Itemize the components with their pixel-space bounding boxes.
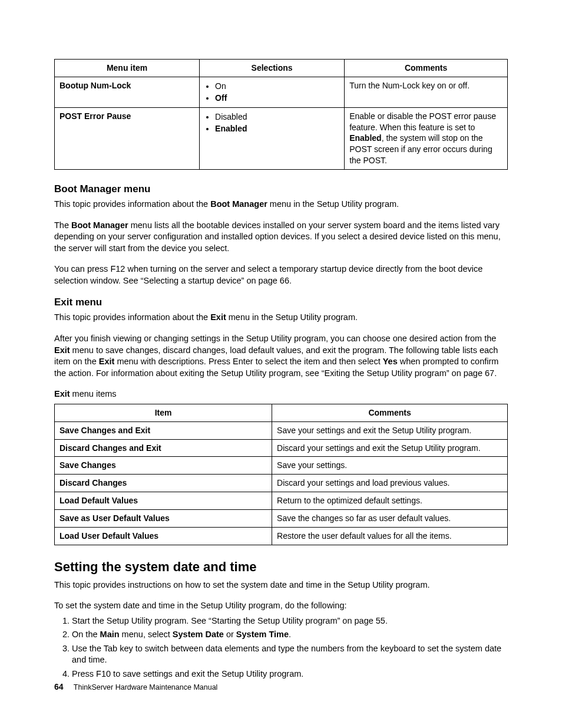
- comment-bold: Enabled: [349, 133, 381, 143]
- text: or: [224, 630, 236, 639]
- cell-comment: Return to the optimized default settings…: [272, 492, 508, 510]
- cell-comment: Save your settings and exit the Setup Ut…: [272, 421, 508, 439]
- text-bold: Boot Manager: [71, 220, 128, 230]
- list-item: Press F10 to save settings and exit the …: [72, 668, 508, 680]
- list-item: On the Main menu, select System Date or …: [72, 629, 508, 641]
- table-row: Save Changes Save your settings.: [55, 457, 508, 475]
- paragraph: After you finish viewing or changing set…: [54, 333, 508, 379]
- caption-text: menu items: [70, 389, 117, 398]
- document-page: Menu item Selections Comments Bootup Num…: [0, 0, 562, 728]
- col-header-selections: Selections: [200, 60, 345, 77]
- selection-option: On: [215, 81, 339, 92]
- text: menu, select: [120, 630, 173, 639]
- text-bold: Yes: [383, 357, 398, 366]
- cell-comment: Restore the user default values for all …: [272, 527, 508, 545]
- text: After you finish viewing or changing set…: [54, 334, 496, 343]
- table-row: Discard Changes Discard your settings an…: [55, 475, 508, 492]
- steps-list: Start the Setup Utility program. See “St…: [54, 615, 508, 680]
- cell-comment: Discard your settings and load previous …: [272, 475, 508, 492]
- text-bold: Main: [100, 630, 120, 639]
- col-header-comments: Comments: [345, 60, 508, 77]
- text-bold: Boot Manager: [210, 199, 267, 209]
- comment-text: Enable or disable the POST error pause f…: [349, 111, 496, 132]
- text-bold: Exit: [54, 345, 70, 355]
- cell-item: Discard Changes: [55, 475, 272, 492]
- menu-items-table: Menu item Selections Comments Bootup Num…: [54, 59, 508, 170]
- paragraph: This topic provides information about th…: [54, 312, 508, 324]
- list-item: Use the Tab key to switch between data e…: [72, 643, 508, 666]
- text: This topic provides information about th…: [54, 312, 210, 322]
- paragraph: You can press F12 when turning on the se…: [54, 263, 508, 286]
- text: The: [54, 220, 71, 230]
- paragraph: This topic provides information about th…: [54, 199, 508, 210]
- cell-comment: Discard your settings and exit the Setup…: [272, 439, 508, 457]
- cell-item: Save Changes: [55, 457, 272, 475]
- col-header-menu-item: Menu item: [55, 60, 200, 77]
- footer-title: ThinkServer Hardware Maintenance Manual: [74, 683, 218, 691]
- cell-comment: Save your settings.: [272, 457, 508, 475]
- text: .: [289, 630, 291, 639]
- cell-item: Load User Default Values: [55, 527, 272, 545]
- selection-option: Enabled: [215, 123, 339, 134]
- list-item: Start the Setup Utility program. See “St…: [72, 615, 508, 627]
- text: menu in the Setup Utility program.: [267, 199, 399, 209]
- cell-menu-item: Bootup Num-Lock: [55, 77, 200, 107]
- paragraph: To set the system date and time in the S…: [54, 600, 508, 612]
- text: menu with descriptions. Press Enter to s…: [114, 357, 382, 366]
- table-row: POST Error Pause Disabled Enabled Enable…: [55, 107, 508, 169]
- page-number: 64: [54, 682, 64, 691]
- table-row: Load User Default Values Restore the use…: [55, 527, 508, 545]
- cell-comment: Save the changes so far as user default …: [272, 510, 508, 528]
- cell-comment: Turn the Num-Lock key on or off.: [345, 77, 508, 107]
- text-bold: Exit: [210, 312, 226, 322]
- page-footer: 64 ThinkServer Hardware Maintenance Manu…: [54, 681, 217, 693]
- heading-exit-menu: Exit menu: [54, 296, 508, 309]
- paragraph: This topic provides instructions on how …: [54, 579, 508, 591]
- selection-option: Off: [215, 93, 339, 104]
- table-row: Save as User Default Values Save the cha…: [55, 510, 508, 528]
- text-bold: Exit: [99, 357, 115, 366]
- cell-comment: Enable or disable the POST error pause f…: [345, 107, 508, 169]
- text-bold: System Date: [173, 630, 224, 639]
- cell-item: Save Changes and Exit: [55, 421, 272, 439]
- cell-item: Save as User Default Values: [55, 510, 272, 528]
- cell-selections: Disabled Enabled: [200, 107, 345, 169]
- text: menu in the Setup Utility program.: [226, 312, 358, 322]
- table-row: Save Changes and Exit Save your settings…: [55, 421, 508, 439]
- text: On the: [72, 630, 100, 639]
- selection-option: Disabled: [215, 111, 339, 123]
- cell-item: Discard Changes and Exit: [55, 439, 272, 457]
- caption-bold: Exit: [54, 389, 70, 398]
- heading-setting-datetime: Setting the system date and time: [54, 558, 508, 576]
- table-row: Discard Changes and Exit Discard your se…: [55, 439, 508, 457]
- table-caption: Exit menu items: [54, 388, 508, 400]
- table-row: Bootup Num-Lock On Off Turn the Num-Lock…: [55, 77, 508, 107]
- paragraph: The Boot Manager menu lists all the boot…: [54, 220, 508, 255]
- text: This topic provides information about th…: [54, 199, 210, 209]
- table-row: Load Default Values Return to the optimi…: [55, 492, 508, 510]
- cell-selections: On Off: [200, 77, 345, 107]
- col-header-comments: Comments: [272, 404, 508, 421]
- cell-item: Load Default Values: [55, 492, 272, 510]
- exit-menu-table: Item Comments Save Changes and Exit Save…: [54, 404, 508, 545]
- cell-menu-item: POST Error Pause: [55, 107, 200, 169]
- heading-boot-manager: Boot Manager menu: [54, 183, 508, 196]
- col-header-item: Item: [55, 404, 272, 421]
- text-bold: System Time: [236, 630, 289, 639]
